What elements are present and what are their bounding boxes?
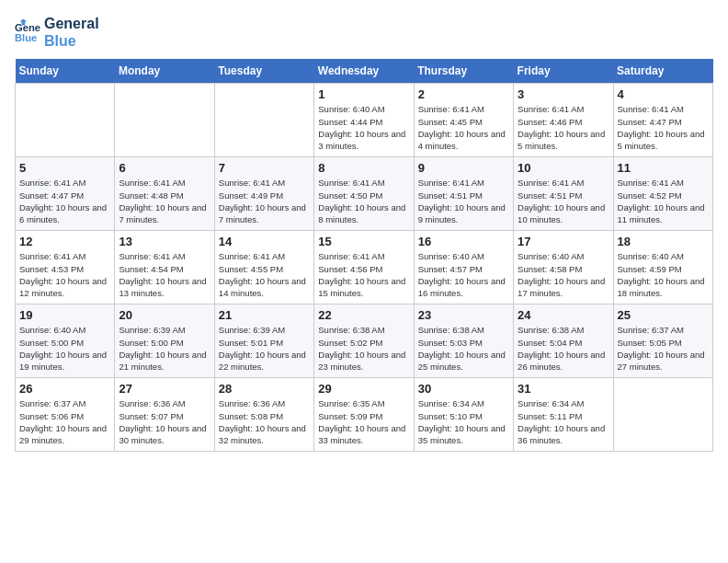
day-number: 25	[618, 308, 709, 322]
calendar-cell: 20Sunrise: 6:39 AM Sunset: 5:00 PM Dayli…	[115, 304, 214, 378]
day-info: Sunrise: 6:41 AM Sunset: 4:56 PM Dayligh…	[318, 250, 409, 299]
day-number: 14	[219, 235, 310, 248]
day-number: 30	[418, 382, 509, 396]
day-number: 9	[418, 161, 509, 175]
svg-text:General: General	[15, 22, 40, 33]
logo-blue: Blue	[44, 32, 99, 50]
day-info: Sunrise: 6:38 AM Sunset: 5:02 PM Dayligh…	[318, 324, 409, 373]
calendar-week-row: 19Sunrise: 6:40 AM Sunset: 5:00 PM Dayli…	[16, 304, 713, 378]
calendar-cell: 27Sunrise: 6:36 AM Sunset: 5:07 PM Dayli…	[115, 378, 214, 452]
calendar-cell: 15Sunrise: 6:41 AM Sunset: 4:56 PM Dayli…	[314, 231, 414, 304]
calendar-cell	[115, 84, 214, 157]
day-info: Sunrise: 6:40 AM Sunset: 5:00 PM Dayligh…	[19, 324, 110, 373]
day-number: 13	[119, 235, 210, 248]
day-info: Sunrise: 6:40 AM Sunset: 4:57 PM Dayligh…	[418, 250, 509, 299]
day-info: Sunrise: 6:40 AM Sunset: 4:44 PM Dayligh…	[318, 103, 409, 152]
day-info: Sunrise: 6:34 AM Sunset: 5:10 PM Dayligh…	[418, 397, 509, 446]
day-info: Sunrise: 6:40 AM Sunset: 4:58 PM Dayligh…	[518, 250, 609, 299]
calendar-cell: 31Sunrise: 6:34 AM Sunset: 5:11 PM Dayli…	[514, 378, 613, 452]
day-info: Sunrise: 6:34 AM Sunset: 5:11 PM Dayligh…	[518, 397, 609, 446]
calendar-cell: 6Sunrise: 6:41 AM Sunset: 4:48 PM Daylig…	[115, 157, 214, 231]
calendar-cell: 7Sunrise: 6:41 AM Sunset: 4:49 PM Daylig…	[214, 157, 313, 231]
calendar-cell: 8Sunrise: 6:41 AM Sunset: 4:50 PM Daylig…	[314, 157, 414, 231]
day-info: Sunrise: 6:35 AM Sunset: 5:09 PM Dayligh…	[318, 397, 409, 446]
day-info: Sunrise: 6:41 AM Sunset: 4:47 PM Dayligh…	[618, 103, 709, 152]
day-number: 5	[19, 161, 110, 175]
calendar-cell: 29Sunrise: 6:35 AM Sunset: 5:09 PM Dayli…	[314, 378, 414, 452]
day-info: Sunrise: 6:41 AM Sunset: 4:50 PM Dayligh…	[318, 177, 409, 225]
calendar-cell: 17Sunrise: 6:40 AM Sunset: 4:58 PM Dayli…	[514, 231, 613, 304]
day-number: 16	[418, 235, 509, 248]
day-info: Sunrise: 6:36 AM Sunset: 5:07 PM Dayligh…	[119, 397, 210, 446]
calendar-week-row: 5Sunrise: 6:41 AM Sunset: 4:47 PM Daylig…	[16, 157, 713, 231]
logo-icon: General Blue	[15, 19, 40, 45]
calendar-cell	[16, 84, 115, 157]
calendar-cell: 2Sunrise: 6:41 AM Sunset: 4:45 PM Daylig…	[414, 84, 513, 157]
calendar-cell: 3Sunrise: 6:41 AM Sunset: 4:46 PM Daylig…	[514, 84, 613, 157]
day-info: Sunrise: 6:41 AM Sunset: 4:46 PM Dayligh…	[518, 103, 609, 152]
day-number: 11	[618, 161, 709, 175]
day-number: 26	[19, 382, 110, 396]
calendar-week-row: 26Sunrise: 6:37 AM Sunset: 5:06 PM Dayli…	[16, 378, 713, 452]
day-info: Sunrise: 6:40 AM Sunset: 4:59 PM Dayligh…	[618, 250, 709, 299]
day-number: 27	[119, 382, 210, 396]
day-info: Sunrise: 6:41 AM Sunset: 4:54 PM Dayligh…	[119, 250, 210, 299]
day-number: 1	[318, 87, 409, 101]
day-number: 24	[518, 308, 609, 322]
calendar-cell: 11Sunrise: 6:41 AM Sunset: 4:52 PM Dayli…	[613, 157, 712, 231]
day-number: 19	[19, 308, 110, 322]
day-info: Sunrise: 6:36 AM Sunset: 5:08 PM Dayligh…	[219, 397, 310, 446]
day-info: Sunrise: 6:41 AM Sunset: 4:55 PM Dayligh…	[219, 250, 310, 299]
calendar-cell: 25Sunrise: 6:37 AM Sunset: 5:05 PM Dayli…	[613, 304, 712, 378]
day-info: Sunrise: 6:37 AM Sunset: 5:06 PM Dayligh…	[19, 397, 110, 446]
day-number: 21	[219, 308, 310, 322]
calendar-week-row: 12Sunrise: 6:41 AM Sunset: 4:53 PM Dayli…	[16, 231, 713, 304]
logo-general: General	[44, 15, 99, 32]
day-number: 2	[418, 87, 509, 101]
calendar-cell: 28Sunrise: 6:36 AM Sunset: 5:08 PM Dayli…	[214, 378, 313, 452]
day-number: 3	[518, 87, 609, 101]
calendar-cell: 16Sunrise: 6:40 AM Sunset: 4:57 PM Dayli…	[414, 231, 513, 304]
day-info: Sunrise: 6:39 AM Sunset: 5:00 PM Dayligh…	[119, 324, 210, 373]
day-number: 31	[518, 382, 609, 396]
day-info: Sunrise: 6:41 AM Sunset: 4:51 PM Dayligh…	[518, 177, 609, 225]
day-info: Sunrise: 6:41 AM Sunset: 4:49 PM Dayligh…	[219, 177, 310, 225]
calendar-week-row: 1Sunrise: 6:40 AM Sunset: 4:44 PM Daylig…	[16, 84, 713, 157]
day-number: 23	[418, 308, 509, 322]
day-info: Sunrise: 6:39 AM Sunset: 5:01 PM Dayligh…	[219, 324, 310, 373]
day-number: 17	[518, 235, 609, 248]
svg-text:Blue: Blue	[15, 32, 37, 43]
weekday-header-row: SundayMondayTuesdayWednesdayThursdayFrid…	[16, 59, 713, 84]
calendar-cell: 10Sunrise: 6:41 AM Sunset: 4:51 PM Dayli…	[514, 157, 613, 231]
weekday-header-thursday: Thursday	[414, 59, 513, 84]
day-number: 15	[318, 235, 409, 248]
calendar-cell	[613, 378, 712, 452]
calendar-cell: 9Sunrise: 6:41 AM Sunset: 4:51 PM Daylig…	[414, 157, 513, 231]
day-number: 4	[618, 87, 709, 101]
day-info: Sunrise: 6:38 AM Sunset: 5:03 PM Dayligh…	[418, 324, 509, 373]
weekday-header-monday: Monday	[115, 59, 214, 84]
calendar-cell: 14Sunrise: 6:41 AM Sunset: 4:55 PM Dayli…	[214, 231, 313, 304]
calendar-cell: 26Sunrise: 6:37 AM Sunset: 5:06 PM Dayli…	[16, 378, 115, 452]
calendar-cell: 13Sunrise: 6:41 AM Sunset: 4:54 PM Dayli…	[115, 231, 214, 304]
day-number: 12	[19, 235, 110, 248]
day-number: 20	[119, 308, 210, 322]
day-number: 8	[318, 161, 409, 175]
calendar-cell: 21Sunrise: 6:39 AM Sunset: 5:01 PM Dayli…	[214, 304, 313, 378]
calendar-cell: 4Sunrise: 6:41 AM Sunset: 4:47 PM Daylig…	[613, 84, 712, 157]
page-header: General Blue General Blue	[15, 15, 713, 50]
logo: General Blue General Blue	[15, 15, 99, 50]
day-info: Sunrise: 6:41 AM Sunset: 4:53 PM Dayligh…	[19, 250, 110, 299]
calendar-table: SundayMondayTuesdayWednesdayThursdayFrid…	[15, 59, 713, 452]
day-info: Sunrise: 6:41 AM Sunset: 4:48 PM Dayligh…	[119, 177, 210, 225]
calendar-cell: 12Sunrise: 6:41 AM Sunset: 4:53 PM Dayli…	[16, 231, 115, 304]
day-info: Sunrise: 6:41 AM Sunset: 4:51 PM Dayligh…	[418, 177, 509, 225]
weekday-header-friday: Friday	[514, 59, 613, 84]
weekday-header-sunday: Sunday	[16, 59, 115, 84]
day-number: 18	[618, 235, 709, 248]
calendar-cell: 1Sunrise: 6:40 AM Sunset: 4:44 PM Daylig…	[314, 84, 414, 157]
calendar-cell	[214, 84, 313, 157]
calendar-cell: 5Sunrise: 6:41 AM Sunset: 4:47 PM Daylig…	[16, 157, 115, 231]
day-number: 10	[518, 161, 609, 175]
calendar-cell: 18Sunrise: 6:40 AM Sunset: 4:59 PM Dayli…	[613, 231, 712, 304]
